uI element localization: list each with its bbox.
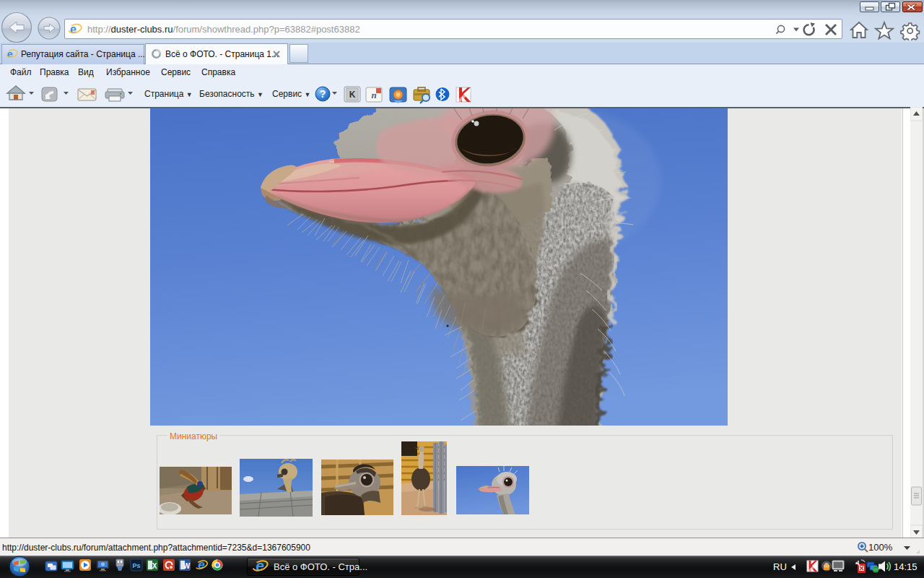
svg-text:e: e	[256, 558, 264, 574]
svg-text:n: n	[371, 90, 376, 100]
svg-text:?: ?	[320, 88, 326, 100]
svg-text:X: X	[152, 562, 157, 570]
svg-text:K: K	[349, 90, 356, 100]
svg-text:W: W	[183, 562, 191, 570]
svg-text:e: e	[198, 558, 204, 571]
svg-text:Ps: Ps	[132, 562, 140, 569]
